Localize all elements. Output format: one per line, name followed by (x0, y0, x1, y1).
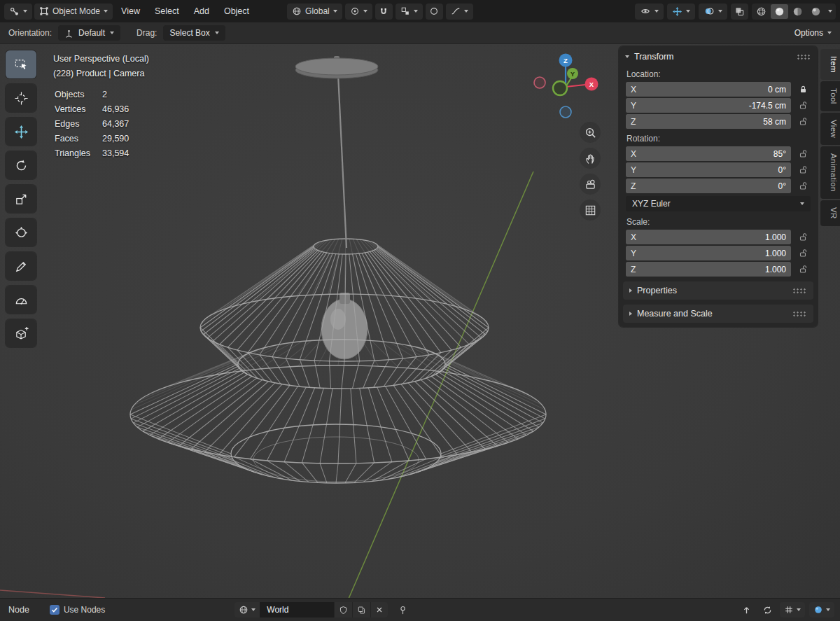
orientation-dropdown[interactable]: Global (287, 4, 342, 20)
tool-move[interactable] (6, 118, 36, 146)
browse-world-button[interactable] (234, 602, 260, 617)
add-cube-icon (14, 326, 29, 341)
falloff-dropdown[interactable] (446, 4, 473, 20)
duplicate-datablock-button[interactable] (352, 602, 370, 617)
use-nodes-checkbox[interactable]: Use Nodes (50, 605, 105, 615)
tool-scale[interactable] (6, 185, 36, 213)
menu-select[interactable]: Select (148, 4, 186, 20)
shading-wireframe-button[interactable] (752, 4, 770, 19)
gizmos-dropdown[interactable] (667, 4, 695, 20)
stat-value: 46,936 (102, 104, 129, 114)
world-name-field[interactable]: World (260, 602, 334, 617)
rotation-z-field[interactable]: Z 0° (626, 179, 791, 193)
tab-tool[interactable]: Tool (820, 81, 840, 111)
tool-add-primitive[interactable] (6, 319, 36, 347)
unlink-datablock-button[interactable] (370, 602, 388, 617)
fake-user-button[interactable] (334, 602, 352, 617)
snap-toggle-button[interactable] (375, 4, 393, 20)
panel-grip-handle[interactable] (797, 54, 811, 60)
tab-view[interactable]: View (820, 113, 840, 145)
checkbox-checked-icon[interactable] (50, 605, 59, 615)
lock-open-icon (799, 101, 808, 110)
menu-view[interactable]: View (115, 4, 146, 20)
tool-transform[interactable] (6, 218, 36, 246)
camera-view-button[interactable] (580, 174, 601, 195)
axis-value: 0° (778, 165, 786, 175)
xray-toggle-button[interactable] (731, 4, 748, 20)
axis-label: Z (631, 117, 636, 127)
rotation-y-row: Y 0° (619, 162, 818, 177)
panel-grip-handle[interactable] (792, 311, 807, 317)
pivot-point-dropdown[interactable] (345, 4, 372, 20)
properties-panel-header[interactable]: Properties (623, 281, 813, 300)
scale-x-lock-button[interactable] (798, 232, 808, 242)
scale-y-row: Y 1.000 (619, 246, 818, 260)
chevron-down-icon (654, 10, 659, 13)
orientation-row-label: Orientation: (8, 28, 52, 38)
scale-y-lock-button[interactable] (798, 249, 808, 258)
rotation-x-lock-button[interactable] (798, 149, 808, 158)
shading-solid-button[interactable] (771, 4, 788, 19)
tool-select-box[interactable] (6, 50, 36, 78)
menu-node[interactable]: Node (6, 602, 32, 618)
shading-material-button[interactable] (789, 4, 806, 19)
editor-type-button[interactable] (4, 4, 32, 20)
axis-label: Z (631, 181, 636, 191)
navigation-gizmo[interactable]: Z Y X (532, 52, 599, 119)
axis-value: 0° (778, 181, 786, 191)
editor-overlays-dropdown[interactable] (809, 602, 834, 617)
visibility-dropdown[interactable] (635, 4, 664, 20)
tool-cursor[interactable] (6, 84, 36, 112)
location-y-lock-button[interactable] (798, 101, 808, 110)
use-nodes-label[interactable]: Use Nodes (64, 605, 105, 615)
proportional-edit-button[interactable] (426, 4, 443, 20)
tool-settings-bar: Orientation: Default Drag: Select Box Op… (0, 22, 840, 44)
tool-rotate[interactable] (6, 151, 36, 179)
options-dropdown[interactable]: Options (794, 28, 832, 38)
zoom-button[interactable] (580, 122, 601, 143)
overlays-dropdown[interactable] (699, 4, 727, 20)
transform-panel-header[interactable]: Transform (619, 46, 818, 66)
drag-mode-dropdown[interactable]: Select Box (163, 25, 225, 41)
location-x-field[interactable]: X 0 cm (626, 82, 791, 97)
snap-node-dropdown[interactable] (780, 602, 805, 617)
editor-type-icon (9, 6, 20, 17)
pan-button[interactable] (580, 148, 601, 169)
go-to-parent-button[interactable] (738, 602, 755, 617)
scale-z-lock-button[interactable] (798, 265, 808, 274)
orientation-default-dropdown[interactable]: Default (58, 25, 120, 41)
gizmo-axis-x-neg[interactable] (534, 77, 545, 88)
panel-grip-handle[interactable] (792, 288, 807, 294)
rotation-y-field[interactable]: Y 0° (626, 162, 791, 177)
scale-y-field[interactable]: Y 1.000 (626, 246, 791, 260)
stat-label: Faces (55, 134, 99, 144)
location-y-field[interactable]: Y -174.5 cm (626, 98, 791, 113)
tab-animation[interactable]: Animation (820, 146, 840, 199)
snap-target-dropdown[interactable] (396, 4, 423, 20)
chevron-down-icon[interactable] (828, 10, 832, 13)
scale-z-field[interactable]: Z 1.000 (626, 262, 791, 277)
location-z-lock-button[interactable] (798, 117, 808, 126)
refresh-button[interactable] (759, 602, 776, 617)
location-z-field[interactable]: Z 58 cm (626, 114, 791, 129)
rotation-mode-dropdown[interactable]: XYZ Euler (626, 196, 811, 211)
rotation-z-lock-button[interactable] (798, 181, 808, 190)
scale-x-field[interactable]: X 1.000 (626, 230, 791, 244)
mode-dropdown[interactable]: Object Mode (34, 4, 113, 20)
gizmo-axis-y-neg[interactable] (553, 81, 567, 95)
menu-object[interactable]: Object (218, 4, 255, 20)
tool-measure[interactable] (6, 286, 36, 314)
location-x-lock-button[interactable] (798, 85, 808, 94)
gizmo-axis-z-neg[interactable] (560, 106, 571, 118)
toggle-perspective-button[interactable] (580, 200, 601, 221)
tab-vr[interactable]: VR (820, 200, 840, 226)
menu-add[interactable]: Add (188, 4, 216, 20)
viewport[interactable]: User Perspective (Local) (228) Product |… (0, 43, 840, 599)
shading-rendered-button[interactable] (807, 4, 825, 19)
tool-annotate[interactable] (6, 252, 36, 280)
measure-scale-panel-header[interactable]: Measure and Scale (623, 305, 813, 323)
rotation-y-lock-button[interactable] (798, 165, 808, 174)
rotation-x-field[interactable]: X 85° (626, 146, 791, 161)
tab-item[interactable]: Item (820, 49, 840, 80)
pin-button[interactable] (394, 602, 411, 617)
